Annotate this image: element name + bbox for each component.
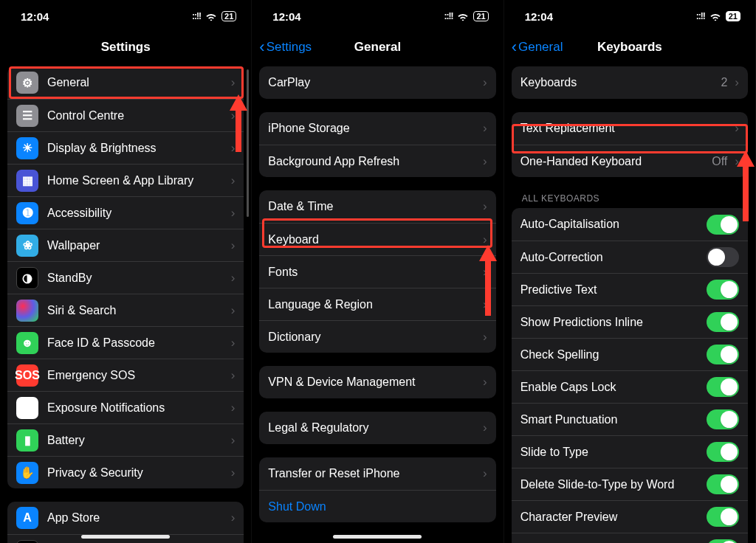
toggle-switch[interactable] [707, 280, 739, 300]
toggle-switch[interactable] [707, 377, 739, 397]
row-label: Control Centre [47, 109, 228, 122]
nav-header: ‹ General Keyboards [504, 32, 755, 62]
general-group-1: CarPlay› [259, 66, 495, 99]
row-keyboard[interactable]: Keyboard› [259, 223, 495, 255]
chevron-right-icon: › [483, 265, 487, 280]
toggle-switch[interactable] [707, 409, 739, 429]
row-text-replacement[interactable]: Text Replacement› [512, 112, 748, 145]
row-label: Siri & Search [47, 304, 228, 317]
access-icon: ➊ [16, 202, 38, 224]
row-label: Battery [47, 434, 228, 447]
chevron-right-icon: › [483, 232, 487, 247]
settings-row-appstore[interactable]: AApp Store› [7, 502, 244, 534]
settings-row-access[interactable]: ➊Accessibility› [7, 196, 244, 229]
settings-row-expo[interactable]: ☢︎Exposure Notifications› [7, 391, 244, 423]
row-transfer-or-reset-iphone[interactable]: Transfer or Reset iPhone› [259, 457, 495, 490]
toggle-switch[interactable] [707, 312, 739, 332]
keyboards-toggles: Auto-CapitalisationAuto-CorrectionPredic… [512, 208, 748, 543]
chevron-right-icon: › [483, 466, 487, 481]
row-label: Language & Region [268, 298, 480, 311]
chevron-right-icon: › [483, 375, 487, 390]
settings-row-faceid[interactable]: ☻Face ID & Passcode› [7, 326, 244, 359]
row-background-app-refresh[interactable]: Background App Refresh› [259, 145, 495, 177]
row-label: Background App Refresh [268, 155, 480, 168]
toggle-switch[interactable] [707, 247, 739, 267]
settings-row-display[interactable]: ☀︎Display & Brightness› [7, 131, 244, 164]
nav-header: ‹ Settings General [252, 32, 503, 62]
chevron-right-icon: › [483, 199, 487, 214]
settings-row-wall[interactable]: ❀Wallpaper› [7, 229, 244, 261]
back-label: Settings [267, 40, 312, 55]
back-button[interactable]: ‹ Settings [259, 39, 312, 55]
settings-row-siri[interactable]: Siri & Search› [7, 294, 244, 326]
general-group-6: Transfer or Reset iPhone›Shut Down [259, 457, 495, 522]
row-show-predictions-inline: Show Predictions Inline [512, 305, 748, 338]
scrollbar[interactable] [247, 69, 249, 217]
row-character-preview: Character Preview [512, 500, 748, 533]
battery-icon: 21 [726, 11, 740, 21]
chevron-right-icon: › [483, 297, 487, 312]
settings-row-home[interactable]: ▦Home Screen & App Library› [7, 164, 244, 196]
chevron-right-icon: › [483, 75, 487, 90]
home-indicator[interactable] [333, 535, 422, 539]
row-label: One-Handed Keyboard [520, 155, 712, 168]
row-label: Keyboards [520, 76, 721, 89]
row-date-time[interactable]: Date & Time› [259, 190, 495, 223]
row-auto-capitalisation: Auto-Capitalisation [512, 208, 748, 241]
row-vpn-device-management[interactable]: VPN & Device Management› [259, 366, 495, 398]
settings-row-priv[interactable]: ✋Privacy & Security› [7, 456, 244, 488]
toggle-switch[interactable] [707, 507, 739, 527]
toggle-knob [721, 378, 738, 395]
general-group-5: Legal & Regulatory› [259, 412, 495, 444]
row-label: Delete Slide-to-Type by Word [520, 478, 707, 491]
settings-row-standby[interactable]: ◑StandBy› [7, 261, 244, 294]
toggle-switch[interactable] [707, 215, 739, 235]
chevron-right-icon: › [735, 75, 739, 90]
toggle-knob [721, 216, 738, 233]
signal-icon: ::!! [192, 11, 201, 21]
appstore-icon: A [16, 507, 38, 529]
row-one-handed-keyboard[interactable]: One-Handed KeyboardOff› [512, 145, 748, 177]
keyboards-group-2: Text Replacement›One-Handed KeyboardOff› [512, 112, 748, 177]
row-keyboards[interactable]: Keyboards2› [512, 66, 748, 99]
row-label: Character Preview [520, 511, 707, 524]
toggle-knob [721, 411, 738, 428]
row-language-region[interactable]: Language & Region› [259, 288, 495, 320]
wifi-icon [457, 10, 469, 23]
row-shut-down[interactable]: Shut Down [259, 490, 495, 522]
row-value: 2 [721, 76, 727, 89]
toggle-switch[interactable] [707, 442, 739, 462]
row--shortcut: "." Shortcut [512, 533, 748, 543]
chevron-right-icon: › [483, 330, 487, 345]
row-fonts[interactable]: Fonts› [259, 255, 495, 288]
row-label: CarPlay [268, 76, 480, 89]
toggle-knob [708, 249, 725, 266]
settings-row-sos[interactable]: SOSEmergency SOS› [7, 359, 244, 391]
row-label: Auto-Correction [520, 251, 707, 264]
chevron-right-icon: › [231, 75, 236, 90]
row-carplay[interactable]: CarPlay› [259, 66, 495, 99]
row-legal-regulatory[interactable]: Legal & Regulatory› [259, 412, 495, 444]
settings-row-general[interactable]: ⚙︎General› [7, 66, 244, 99]
priv-icon: ✋ [16, 462, 38, 484]
row-label: VPN & Device Management [268, 376, 480, 389]
row-label: Display & Brightness [47, 142, 228, 155]
general-group-2: iPhone Storage›Background App Refresh› [259, 112, 495, 177]
general-icon: ⚙︎ [16, 72, 38, 94]
home-icon: ▦ [16, 170, 38, 192]
settings-row-control[interactable]: ☰Control Centre› [7, 99, 244, 131]
settings-row-batt[interactable]: ▮Battery› [7, 423, 244, 456]
back-button[interactable]: ‹ General [512, 39, 563, 55]
toggle-switch[interactable] [707, 345, 739, 364]
toggle-knob [721, 281, 738, 298]
home-indicator[interactable] [81, 535, 170, 539]
toggle-knob [721, 443, 738, 460]
row-delete-slide-to-type-by-word: Delete Slide-to-Type by Word [512, 468, 748, 500]
toggle-switch[interactable] [707, 474, 739, 494]
toggle-knob [721, 346, 738, 363]
toggle-switch[interactable] [707, 539, 739, 543]
chevron-right-icon: › [231, 141, 236, 156]
row-dictionary[interactable]: Dictionary› [259, 320, 495, 353]
wifi-icon [205, 10, 217, 23]
row-iphone-storage[interactable]: iPhone Storage› [259, 112, 495, 145]
